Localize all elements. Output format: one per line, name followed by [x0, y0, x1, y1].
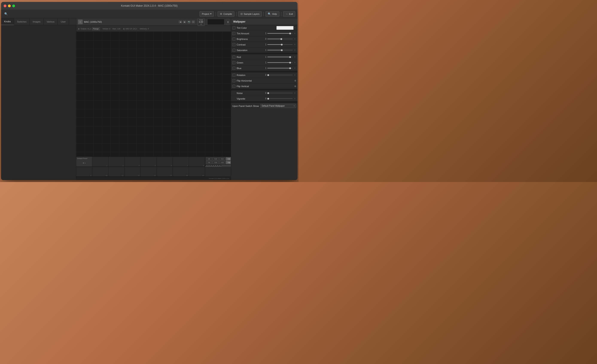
range-dropdown[interactable]: Range — [92, 27, 100, 30]
panel-cell-11[interactable]: 11 — [109, 167, 125, 177]
saturation-close[interactable]: × — [294, 49, 296, 52]
tint-color-swatch[interactable] — [276, 26, 294, 30]
tint-amount-info-icon[interactable]: i — [232, 32, 235, 35]
grid-x8-button[interactable]: X8 — [206, 157, 212, 161]
grid-x24-button[interactable]: X24 — [219, 157, 226, 161]
grid-x32-button[interactable]: X32 — [226, 157, 231, 161]
tint-amount-slider[interactable] — [267, 33, 293, 34]
noise-close[interactable]: × — [294, 92, 296, 94]
wallpaper-header: Wallpaper — [231, 18, 298, 25]
rotation-thumb[interactable] — [267, 74, 269, 76]
flip-horizontal-toggle[interactable] — [294, 80, 296, 82]
nav-next-button[interactable]: ▶ — [183, 20, 186, 23]
search-icon[interactable]: 🔍 — [3, 12, 9, 16]
tint-color-info-icon[interactable]: i — [232, 26, 235, 29]
flip-v-info-icon[interactable]: i — [232, 85, 235, 88]
brightness-thumb[interactable] — [281, 38, 282, 40]
panel-cell-8[interactable]: 8 — [189, 157, 205, 167]
grid-y16-button[interactable]: Y16 — [212, 161, 219, 164]
blue-row: i Blue 1 × — [231, 65, 298, 71]
saturation-info-icon[interactable]: i — [232, 49, 235, 52]
panel-cell-13[interactable]: 13 — [141, 167, 157, 177]
saturation-thumb[interactable] — [281, 49, 283, 51]
help-button[interactable]: 🔍 Help — [266, 11, 279, 17]
scroll-control[interactable]: ▐ — [226, 19, 229, 25]
grid-y24-button[interactable]: Y24 — [219, 161, 226, 164]
noise-thumb[interactable] — [267, 92, 269, 94]
panel-cell-16[interactable]: 16 — [189, 167, 205, 177]
rotation-info-icon[interactable]: i — [232, 74, 235, 77]
upon-panel-dropdown[interactable]: Default Panel Wallpaper ▾ — [260, 104, 296, 108]
tab-various[interactable]: Various — [44, 18, 58, 25]
panel-cell-2[interactable]: 2 — [92, 157, 109, 167]
nav-prev-button[interactable]: ◀ — [179, 20, 182, 23]
panel-cell-6[interactable]: 6 — [157, 157, 173, 167]
project-button[interactable]: Project ▾ — [199, 11, 214, 17]
contrast-slider[interactable] — [267, 44, 293, 45]
tab-user[interactable]: User — [58, 18, 69, 25]
tint-color-close[interactable]: × — [294, 27, 296, 29]
contrast-close[interactable]: × — [294, 43, 296, 46]
brightness-slider[interactable] — [267, 39, 293, 39]
panel-cell-7[interactable]: 7 — [173, 157, 189, 167]
toolbar: 🔍 Project ▾ ⚙ Compile ⊟ Sample Layers 🔍 … — [1, 10, 298, 18]
blue-value: 1 — [264, 67, 267, 69]
close-button[interactable] — [4, 5, 7, 7]
tab-images[interactable]: Images — [30, 18, 44, 25]
vignette-slider[interactable] — [267, 98, 293, 99]
saturation-slider[interactable] — [267, 50, 293, 50]
maximize-button[interactable] — [12, 5, 15, 7]
vignette-thumb[interactable] — [267, 98, 269, 100]
max-value: Max: 128 — [112, 28, 120, 30]
tab-knobs[interactable]: Knobs — [1, 18, 14, 25]
rotation-slider[interactable] — [267, 75, 293, 75]
tint-amount-thumb[interactable] — [289, 33, 291, 34]
green-thumb[interactable] — [289, 62, 291, 63]
tint-amount-close[interactable]: × — [294, 32, 296, 35]
green-slider[interactable] — [267, 62, 293, 63]
brightness-info-icon[interactable]: i — [232, 38, 235, 40]
grid-x16-button[interactable]: X16 — [212, 157, 219, 161]
red-info-icon[interactable]: i — [232, 56, 235, 59]
panel-cell-1[interactable]: Default Panel ⊕ 1 — [76, 157, 92, 167]
flip-h-info-icon[interactable]: i — [232, 79, 235, 82]
panel-cell-10[interactable]: 10 — [92, 167, 109, 177]
grid-y-row: Y8 Y16 Y24 Y32 — [206, 161, 231, 164]
blue-close[interactable]: × — [294, 67, 296, 70]
minimize-button[interactable] — [8, 5, 11, 7]
red-slider[interactable] — [267, 57, 293, 57]
panel-cell-15[interactable]: 15 — [173, 167, 189, 177]
panel-cell-12[interactable]: 12 — [125, 167, 141, 177]
sample-layers-button[interactable]: ⊟ Sample Layers — [238, 11, 262, 17]
blue-slider[interactable] — [267, 68, 293, 69]
grid-y8-button[interactable]: Y8 — [206, 161, 212, 164]
info-icon[interactable]: ⓘ — [192, 20, 195, 23]
exit-button[interactable]: → Exit — [283, 11, 295, 17]
camera-icon[interactable]: 📷 — [187, 20, 191, 23]
compile-label: Compile — [223, 13, 232, 15]
flip-vertical-toggle[interactable] — [294, 85, 296, 87]
blue-thumb[interactable] — [289, 67, 291, 69]
flip-horizontal-label: Flip Horizontal — [235, 79, 294, 82]
brightness-close[interactable]: × — [294, 38, 296, 40]
panel-cell-4[interactable]: 4 — [125, 157, 141, 167]
vignette-close[interactable]: × — [294, 97, 296, 100]
red-close[interactable]: × — [294, 56, 296, 58]
version-text: Kontakt GUI Maker 2024.1.0.4 — [209, 178, 229, 179]
tab-switches[interactable]: Switches — [14, 18, 30, 25]
contrast-thumb[interactable] — [281, 44, 283, 46]
grid-y32-button[interactable]: Y32 — [226, 161, 231, 164]
panel-cell-9[interactable]: 9 — [76, 167, 92, 177]
panel-cell-14[interactable]: 14 — [157, 167, 173, 177]
apply-button[interactable]: Apply — [221, 165, 231, 167]
red-thumb[interactable] — [289, 56, 291, 58]
panel-cell-3[interactable]: 3 — [109, 157, 125, 167]
compile-button[interactable]: ⚙ Compile — [218, 11, 234, 17]
green-close[interactable]: × — [294, 61, 296, 64]
green-info-icon[interactable]: i — [232, 61, 235, 64]
noise-slider[interactable] — [267, 93, 293, 93]
contrast-info-icon[interactable]: i — [232, 43, 235, 46]
rotation-close[interactable]: × — [294, 74, 296, 76]
blue-info-icon[interactable]: i — [232, 67, 235, 70]
panel-cell-5[interactable]: 5 — [141, 157, 157, 167]
